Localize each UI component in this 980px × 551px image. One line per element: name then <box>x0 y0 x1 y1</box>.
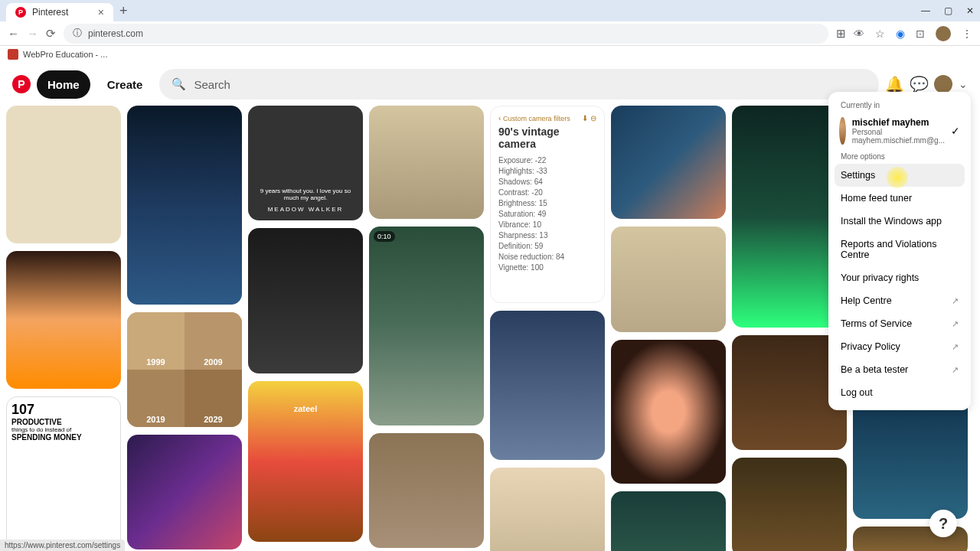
help-button[interactable]: ? <box>929 510 957 537</box>
pin[interactable] <box>6 251 121 389</box>
camera-setting: Definition: 59 <box>498 242 596 250</box>
pinterest-logo-icon[interactable]: P <box>12 75 31 93</box>
pin-camera-settings[interactable]: ‹ Custom camera filters ⬇ ⊖ 90's vintage… <box>490 106 605 303</box>
back-icon[interactable]: ← <box>8 27 19 40</box>
extension-icon[interactable]: ◉ <box>896 28 905 40</box>
minimize-icon[interactable]: — <box>921 5 930 16</box>
pin[interactable] <box>490 468 605 551</box>
camera-setting: Shadows: 64 <box>498 178 596 186</box>
pin[interactable] <box>732 458 847 551</box>
pin-title: 90's vintage camera <box>498 126 596 150</box>
menu-item-help-centre[interactable]: Help Centre↗ <box>835 289 965 312</box>
pin[interactable] <box>248 228 363 373</box>
pin[interactable] <box>611 340 726 484</box>
user-avatar[interactable] <box>934 75 952 93</box>
browser-tab-bar: P Pinterest × + — ▢ ✕ <box>0 0 980 21</box>
video-duration-badge: 0:10 <box>374 231 395 242</box>
menu-item-beta-tester[interactable]: Be a beta tester↗ <box>835 358 965 381</box>
notifications-icon[interactable]: 🔔 <box>885 75 903 93</box>
search-input[interactable]: 🔍 Search <box>159 69 879 99</box>
url-text: pinterest.com <box>88 28 143 39</box>
pin[interactable]: 0:10 <box>369 227 484 425</box>
url-input[interactable]: ⓘ pinterest.com <box>64 24 828 44</box>
account-type: Personal <box>852 128 945 136</box>
pin[interactable] <box>127 106 242 305</box>
camera-setting: Brightness: 15 <box>498 199 596 207</box>
pin[interactable] <box>611 227 726 332</box>
menu-item-settings[interactable]: Settings <box>835 164 965 187</box>
camera-setting: Sharpness: 13 <box>498 231 596 240</box>
profile-avatar[interactable] <box>936 26 951 41</box>
bookmark-item[interactable]: WebPro Education - ... <box>23 50 107 59</box>
external-link-icon: ↗ <box>952 365 959 375</box>
external-link-icon: ↗ <box>952 342 959 352</box>
forward-icon[interactable]: → <box>27 27 38 40</box>
window-controls: — ▢ ✕ <box>921 5 974 16</box>
pin-text: 2029 <box>185 370 242 427</box>
camera-setting: Saturation: 49 <box>498 210 596 218</box>
chevron-down-icon[interactable]: ⌄ <box>959 78 968 90</box>
extensions-puzzle-icon[interactable]: ⊡ <box>916 28 925 40</box>
create-button[interactable]: Create <box>96 70 154 99</box>
reload-icon[interactable]: ⟳ <box>46 27 56 41</box>
pin[interactable] <box>369 433 484 548</box>
account-name: mischief mayhem <box>852 117 945 128</box>
account-dropdown: Currently in mischief mayhem Personal ma… <box>828 92 971 410</box>
pin-text: MEADOW WALKER <box>256 206 355 213</box>
messages-icon[interactable]: 💬 <box>910 75 928 93</box>
external-link-icon: ↗ <box>952 296 959 306</box>
pin[interactable]: 107 PRODUCTIVE things to do instead of S… <box>6 396 121 549</box>
pin[interactable] <box>611 491 726 551</box>
pin[interactable] <box>611 106 726 219</box>
checkmark-icon: ✓ <box>951 125 960 137</box>
browser-menu-icon[interactable]: ⋮ <box>962 28 972 40</box>
pin-text: SPENDING MONEY <box>11 433 116 442</box>
camera-setting: Contrast: -20 <box>498 188 596 197</box>
pin-text: 2019 <box>127 370 185 427</box>
camera-setting: Vibrance: 10 <box>498 220 596 229</box>
pin[interactable] <box>369 106 484 219</box>
new-tab-button[interactable]: + <box>119 3 128 19</box>
pin-text: PRODUCTIVE <box>11 418 116 426</box>
pin[interactable] <box>6 106 121 243</box>
dropdown-section-label: More options <box>835 149 965 164</box>
pin-text: things to do instead of <box>11 426 116 433</box>
close-window-icon[interactable]: ✕ <box>966 5 974 16</box>
menu-item-privacy-policy[interactable]: Privacy Policy↗ <box>835 335 965 358</box>
pin[interactable]: zateel <box>248 381 363 542</box>
site-info-icon[interactable]: ⓘ <box>73 27 82 40</box>
menu-item-home-feed-tuner[interactable]: Home feed tuner <box>835 187 965 210</box>
extension-icons: 👁 ☆ ◉ ⊡ ⋮ <box>854 26 972 41</box>
pin[interactable] <box>127 435 242 549</box>
pin[interactable]: 1999 2009 2019 2029 <box>127 312 242 427</box>
pin[interactable] <box>490 311 605 460</box>
home-button[interactable]: Home <box>37 70 90 99</box>
menu-item-install-app[interactable]: Install the Windows app <box>835 210 965 233</box>
pin-text: zateel <box>294 404 318 413</box>
account-email: mayhem.mischief.mm@g... <box>852 136 945 145</box>
tab-title: Pinterest <box>32 7 68 18</box>
close-tab-icon[interactable]: × <box>98 6 104 18</box>
menu-item-logout[interactable]: Log out <box>835 381 965 404</box>
pinterest-favicon: P <box>15 7 26 18</box>
account-item[interactable]: mischief mayhem Personal mayhem.mischief… <box>835 112 965 149</box>
camera-setting: Noise reduction: 84 <box>498 253 596 261</box>
camera-setting: Highlights: -33 <box>498 167 596 175</box>
menu-item-reports[interactable]: Reports and Violations Centre <box>835 233 965 266</box>
install-app-icon[interactable]: ⊞ <box>836 27 846 41</box>
pin[interactable]: 9 years without you. I love you so much … <box>248 106 363 220</box>
pin-text: 9 years without you. I love you so much … <box>256 187 355 201</box>
menu-item-privacy-rights[interactable]: Your privacy rights <box>835 266 965 289</box>
extension-icon[interactable]: 👁 <box>854 28 864 40</box>
external-link-icon: ↗ <box>952 319 959 329</box>
account-avatar <box>839 117 846 145</box>
dropdown-section-label: Currently in <box>835 98 965 112</box>
status-bar-url: https://www.pinterest.com/settings <box>0 540 125 551</box>
pin-text: 1999 <box>127 312 185 370</box>
bookmark-favicon <box>8 49 18 60</box>
bookmark-star-icon[interactable]: ☆ <box>875 28 885 40</box>
address-bar: ← → ⟳ ⓘ pinterest.com ⊞ 👁 ☆ ◉ ⊡ ⋮ <box>0 21 980 46</box>
browser-tab[interactable]: P Pinterest × <box>6 3 113 21</box>
maximize-icon[interactable]: ▢ <box>944 5 952 16</box>
menu-item-terms[interactable]: Terms of Service↗ <box>835 312 965 335</box>
